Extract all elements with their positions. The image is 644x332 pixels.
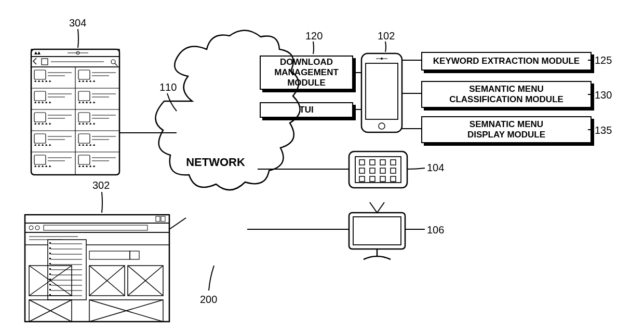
- svg-line-119: [370, 202, 377, 213]
- diagram-svg: NETWORK: [0, 0, 644, 332]
- svg-rect-71: [49, 253, 51, 254]
- device-browser: [25, 215, 169, 322]
- network-cloud: NETWORK: [155, 30, 300, 190]
- device-smartphone: [361, 53, 402, 132]
- svg-rect-46: [25, 215, 169, 322]
- svg-rect-73: [49, 263, 51, 265]
- svg-rect-69: [49, 242, 51, 244]
- svg-rect-70: [49, 247, 51, 249]
- network-cloud-label: NETWORK: [186, 156, 245, 169]
- svg-line-122: [169, 218, 186, 229]
- device-mobile-appstore: [31, 49, 119, 175]
- svg-rect-77: [49, 284, 51, 285]
- svg-rect-116: [349, 213, 405, 249]
- svg-line-120: [377, 202, 384, 213]
- device-tablet: [349, 151, 407, 188]
- svg-rect-75: [49, 273, 51, 275]
- svg-rect-74: [49, 268, 51, 270]
- device-tv: [349, 202, 405, 259]
- svg-rect-72: [49, 258, 51, 259]
- svg-rect-78: [49, 289, 51, 290]
- svg-rect-97: [361, 53, 402, 132]
